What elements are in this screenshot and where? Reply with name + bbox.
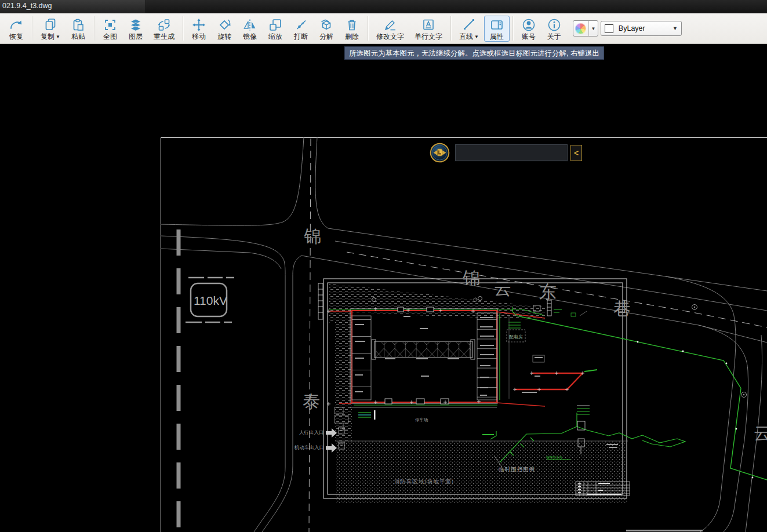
explode-icon bbox=[319, 17, 334, 32]
toolbar-divider bbox=[94, 16, 94, 41]
paste-icon bbox=[71, 17, 86, 32]
color-wheel-icon bbox=[575, 23, 586, 34]
account-icon bbox=[521, 17, 536, 32]
toolbar-button-mirror[interactable]: 镜像 bbox=[237, 16, 263, 42]
substation-symbol: 110kV bbox=[186, 278, 234, 322]
toolbar-button-fit-view[interactable]: 全图 bbox=[97, 16, 123, 42]
break-icon bbox=[293, 17, 308, 32]
street-char-north: 锦 bbox=[304, 227, 321, 246]
delete-icon bbox=[344, 17, 359, 32]
toolbar-button-layers[interactable]: 图层 bbox=[123, 16, 148, 42]
toolbar-button-edit-text[interactable]: 修改文字 bbox=[371, 16, 409, 42]
toolbar-button-delete[interactable]: 删除 bbox=[339, 16, 365, 42]
color-picker-caret-icon[interactable]: ▼ bbox=[588, 21, 598, 36]
main-toolbar: 恢复 复制▼ 粘贴 全图 图层 bbox=[0, 13, 767, 44]
scale-icon bbox=[268, 17, 283, 32]
vehicle-entrance-label: 机动车出入口 bbox=[294, 444, 324, 450]
toolbar-button-properties[interactable]: 属性 bbox=[484, 16, 510, 42]
street-char-east: 云 bbox=[754, 424, 767, 443]
temp-drain-label: 临时排水沟 bbox=[546, 456, 562, 460]
lane-char-4: 巷 bbox=[613, 299, 631, 318]
layers-icon bbox=[128, 17, 143, 32]
dropdown-caret-icon: ▼ bbox=[56, 34, 60, 39]
boundary-node-dots bbox=[637, 341, 754, 479]
substation-label: 110kV bbox=[194, 294, 227, 307]
toolbar-button-single-line-text[interactable]: 单行文字 bbox=[409, 16, 448, 42]
red-route bbox=[515, 355, 597, 389]
properties-icon bbox=[489, 17, 504, 32]
status-tooltip: 所选图元为基本图元，无法继续分解。点选或框选目标图元进行分解, 右键退出 bbox=[344, 46, 604, 60]
about-icon bbox=[547, 17, 562, 32]
line-icon bbox=[461, 17, 477, 32]
toolbar-button-copy[interactable]: 复制▼ bbox=[35, 15, 66, 42]
west-gate-detail bbox=[318, 283, 323, 319]
toolbar-divider bbox=[368, 16, 368, 41]
toolbar-button-account[interactable]: 账号 bbox=[516, 16, 541, 42]
layer-color-swatch bbox=[605, 24, 613, 33]
edit-text-icon bbox=[383, 17, 398, 32]
rotate-icon bbox=[217, 17, 232, 32]
pedestrian-entrance-label: 人行出入口 bbox=[299, 429, 324, 435]
overlay-collapse-button[interactable]: < bbox=[570, 145, 582, 161]
street-char-west: 泰 bbox=[303, 392, 320, 411]
title-bar: 021.9.4_t3.dwg bbox=[0, 0, 767, 13]
toolbar-button-about[interactable]: 关于 bbox=[541, 16, 567, 42]
layer-color-select[interactable]: ByLayer ▼ bbox=[601, 21, 682, 36]
parking-label: 停车场 bbox=[415, 417, 428, 422]
lane-char-2: 云 bbox=[494, 279, 511, 298]
copy-icon bbox=[43, 17, 58, 32]
toolbar-button-scale[interactable]: 缩放 bbox=[263, 16, 288, 42]
toolbar-divider bbox=[512, 16, 513, 41]
winged-emblem-logo[interactable] bbox=[430, 143, 450, 163]
toolbar-button-restore[interactable]: 恢复 bbox=[3, 16, 29, 42]
legend-ticks bbox=[358, 410, 376, 420]
overlay-input[interactable] bbox=[455, 144, 568, 162]
toolbar-button-move[interactable]: 移动 bbox=[186, 16, 212, 42]
mirror-icon bbox=[242, 17, 257, 32]
toolbar-button-regenerate[interactable]: 重生成 bbox=[148, 16, 180, 42]
select-caret-icon: ▼ bbox=[673, 25, 678, 31]
overlay-widget: < bbox=[430, 143, 582, 163]
toolbar-divider bbox=[183, 16, 183, 41]
fire-area-label: 消防车区域(场地平面) bbox=[394, 479, 455, 484]
toolbar-divider bbox=[450, 16, 451, 41]
distribution-room-label: 配电房 bbox=[509, 334, 523, 340]
lane-char-3: 东 bbox=[539, 282, 557, 301]
lane-char-1: 锦 bbox=[463, 268, 480, 287]
cad-drawing-canvas[interactable]: 110kV bbox=[0, 0, 767, 532]
toolbar-button-line[interactable]: 直线▼ bbox=[454, 15, 484, 42]
fit-view-icon bbox=[103, 17, 118, 32]
file-tab[interactable]: 021.9.4_t3.dwg bbox=[0, 0, 146, 13]
toolbar-button-paste[interactable]: 粘贴 bbox=[66, 16, 91, 42]
toolbar-divider bbox=[32, 16, 32, 41]
temp-fence-legend-label: 临时围挡图例 bbox=[499, 466, 535, 472]
truss-corridor bbox=[376, 342, 471, 357]
toolbar-button-explode[interactable]: 分解 bbox=[314, 16, 339, 42]
move-icon bbox=[191, 17, 206, 32]
dropdown-caret-icon: ▼ bbox=[474, 34, 479, 39]
collapse-chevron-icon: < bbox=[574, 148, 579, 158]
regenerate-icon bbox=[157, 17, 172, 32]
layer-select-value: ByLayer bbox=[619, 24, 673, 32]
toolbar-button-break[interactable]: 打断 bbox=[288, 16, 314, 42]
redo-icon bbox=[9, 17, 24, 32]
single-line-text-icon bbox=[421, 17, 436, 32]
toolbar-button-rotate[interactable]: 旋转 bbox=[212, 16, 237, 42]
status-tooltip-text: 所选图元为基本图元，无法继续分解。点选或框选目标图元进行分解, 右键退出 bbox=[349, 49, 599, 57]
color-picker-button[interactable]: ▼ bbox=[573, 20, 598, 37]
file-name: 021.9.4_t3.dwg bbox=[2, 2, 52, 10]
